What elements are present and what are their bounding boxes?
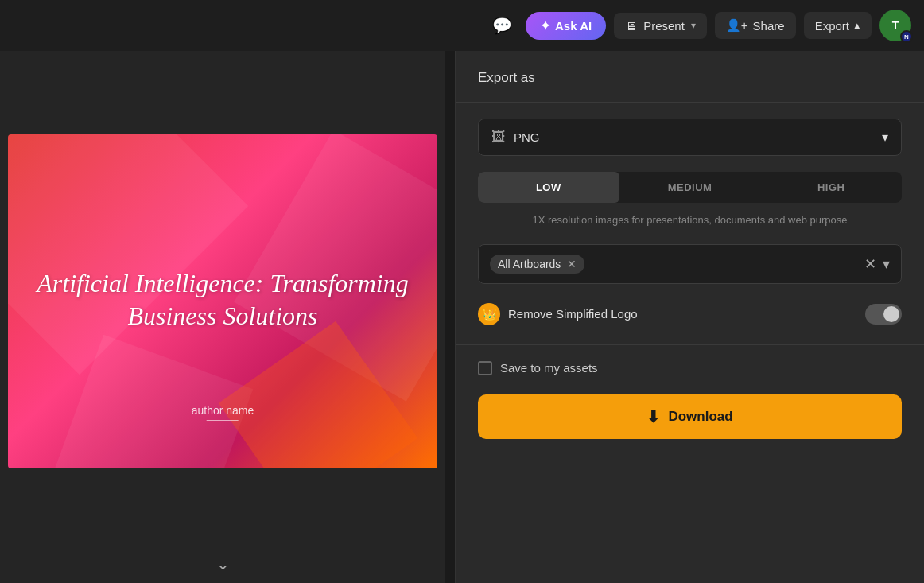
save-assets-row: Save to my assets (478, 361, 902, 375)
avatar-badge: N (900, 30, 913, 43)
artboards-dropdown-icon[interactable]: ▾ (883, 255, 890, 273)
export-button[interactable]: Export ▴ (804, 12, 872, 39)
author-underline (207, 420, 239, 421)
format-left: 🖼 PNG (491, 129, 540, 146)
quality-description: 1X resolution images for presentations, … (478, 212, 902, 228)
chevron-down-button[interactable]: ⌄ (216, 554, 230, 573)
ask-ai-button[interactable]: ✦ Ask AI (526, 12, 606, 40)
slide-author: author name (192, 404, 254, 421)
slide-title: Artificial Intelligence: Transforming Bu… (29, 266, 416, 332)
remove-logo-row: 👑 Remove Simplified Logo (478, 300, 902, 328)
present-button[interactable]: 🖥 Present ▾ (614, 13, 707, 39)
remove-logo-toggle[interactable] (865, 304, 902, 325)
comment-icon: 💬 (492, 16, 512, 35)
dropdown-chevron-icon: ▾ (882, 130, 888, 145)
artboards-clear-icon[interactable]: ✕ (864, 255, 876, 273)
export-panel: Export as 🖼 PNG ▾ LOW MEDIUM HIGH 1X res… (455, 51, 924, 583)
artboards-tag-close-icon[interactable]: ✕ (567, 258, 577, 270)
toggle-thumb (883, 306, 899, 322)
bg-shape-1 (8, 134, 248, 375)
quality-medium-button[interactable]: MEDIUM (619, 172, 761, 203)
share-label: Share (753, 19, 785, 33)
divider-2 (456, 344, 924, 345)
download-icon: ⬇ (646, 407, 660, 426)
format-dropdown[interactable]: 🖼 PNG ▾ (478, 119, 902, 156)
slide-preview: Artificial Intelligence: Transforming Bu… (8, 134, 437, 468)
export-label: Export (815, 19, 849, 33)
crown-icon: 👑 (478, 303, 500, 325)
remove-logo-left: 👑 Remove Simplified Logo (478, 303, 638, 325)
save-assets-checkbox[interactable] (478, 361, 492, 375)
divider-1 (456, 102, 924, 103)
quality-low-button[interactable]: LOW (478, 172, 619, 203)
person-plus-icon: 👤+ (726, 18, 748, 33)
download-label: Download (668, 409, 732, 425)
download-button[interactable]: ⬇ Download (478, 394, 902, 439)
comment-button[interactable]: 💬 (486, 10, 518, 41)
chevron-up-icon: ▴ (854, 18, 860, 33)
monitor-icon: 🖥 (625, 19, 637, 33)
avatar-initials: T (892, 19, 899, 32)
export-panel-title: Export as (478, 70, 902, 86)
artboards-selector[interactable]: All Artboards ✕ ✕ ▾ (478, 244, 902, 284)
chevron-down-icon: ▾ (691, 20, 696, 31)
quality-selector: LOW MEDIUM HIGH (478, 172, 902, 203)
chevron-down-icon: ⌄ (216, 555, 230, 573)
present-label: Present (643, 19, 685, 33)
topbar: 💬 ✦ Ask AI 🖥 Present ▾ 👤+ Share Export ▴… (0, 0, 924, 51)
ask-ai-label: Ask AI (555, 19, 592, 33)
bottom-hint (478, 447, 902, 463)
artboards-tag: All Artboards ✕ (490, 255, 584, 274)
quality-high-button[interactable]: HIGH (760, 172, 902, 203)
image-icon: 🖼 (491, 129, 506, 146)
avatar[interactable]: T N (879, 10, 911, 41)
artboards-controls: ✕ ▾ (864, 255, 890, 273)
format-label: PNG (514, 130, 540, 144)
artboards-tag-label: All Artboards (498, 258, 561, 270)
save-assets-label: Save to my assets (500, 361, 598, 375)
main-area: Artificial Intelligence: Transforming Bu… (0, 51, 445, 583)
share-button[interactable]: 👤+ Share (715, 12, 796, 39)
sparkle-icon: ✦ (540, 18, 550, 33)
remove-logo-label: Remove Simplified Logo (508, 307, 638, 321)
